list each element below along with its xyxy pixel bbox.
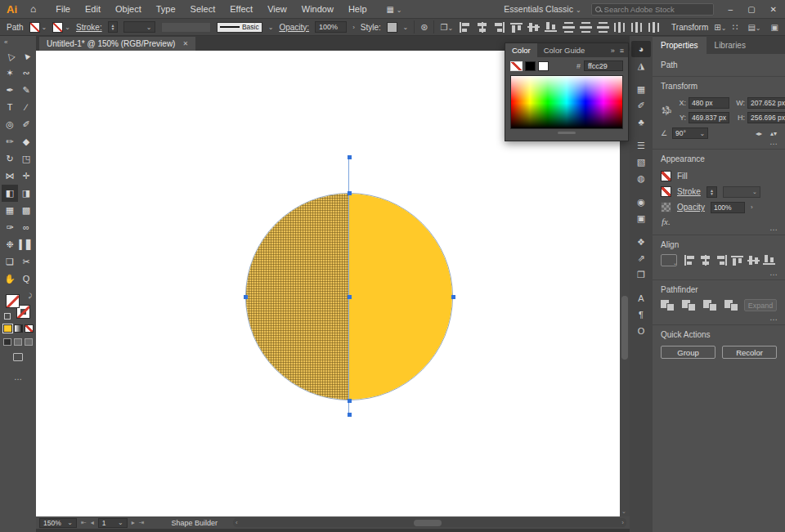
panel-icon-color-guide[interactable]: ◮: [631, 57, 651, 74]
stroke-swatch-icon[interactable]: [52, 22, 63, 33]
color-swatch-button[interactable]: [3, 324, 12, 333]
white-swatch[interactable]: [538, 61, 549, 71]
effects-fx-icon[interactable]: fx.: [661, 215, 777, 231]
blend-tool[interactable]: ∞: [18, 219, 34, 236]
more-options-icon[interactable]: …: [769, 137, 778, 146]
minimize-button[interactable]: –: [729, 5, 733, 14]
panel-icon-symbols[interactable]: ♣: [631, 114, 651, 130]
hand-tool[interactable]: ✋: [2, 270, 18, 288]
horizontal-scrollbar[interactable]: ‹ ›: [233, 518, 626, 527]
eraser-tool[interactable]: ◆: [18, 133, 34, 150]
anchor-point[interactable]: [348, 295, 352, 299]
align-to-selection-dropdown[interactable]: [661, 254, 677, 266]
flip-horizontal-icon[interactable]: ◂▸: [756, 130, 762, 137]
magic-wand-tool[interactable]: ✶: [2, 65, 18, 82]
rotate-tool[interactable]: ↻: [2, 150, 18, 168]
tab-color-guide[interactable]: Color Guide: [537, 43, 592, 57]
draw-inside-mode-button[interactable]: [25, 338, 33, 346]
transform-grid-icon[interactable]: ⊞⌄: [714, 23, 726, 32]
maximize-button[interactable]: ▢: [747, 5, 755, 14]
fill-swatch-icon[interactable]: [29, 22, 40, 33]
slice-tool[interactable]: ✂: [18, 253, 34, 270]
pathfinder-intersect[interactable]: [703, 300, 717, 311]
next-artboard-icon[interactable]: ▸: [132, 519, 135, 526]
paintbrush-tool[interactable]: ✐: [18, 116, 34, 133]
align-horizontal-left[interactable]: [459, 22, 471, 33]
scale-tool[interactable]: ◳: [18, 150, 34, 168]
stroke-weight-dropdown[interactable]: ⌄: [723, 186, 760, 198]
panel-icon-swatches[interactable]: ▦: [631, 81, 651, 97]
live-paint-bucket-tool[interactable]: ◨: [18, 185, 34, 202]
stroke-weight-stepper[interactable]: ▲▼: [706, 186, 717, 198]
more-options-icon[interactable]: …: [769, 223, 778, 232]
style-swatch-icon[interactable]: [387, 22, 397, 33]
panel-options-icon[interactable]: ▤⌄: [747, 23, 760, 32]
chevron-right-icon[interactable]: ›: [751, 203, 753, 211]
workspace-selector[interactable]: Essentials Classic ⌄: [504, 4, 581, 14]
black-swatch[interactable]: [525, 61, 536, 71]
distribute-vertical-center[interactable]: [580, 22, 592, 33]
align-glyphs-icon[interactable]: ∷: [732, 22, 738, 33]
brush-definition-dropdown[interactable]: Basic: [217, 22, 262, 33]
distribute-horizontal-center[interactable]: [631, 22, 644, 33]
expand-button[interactable]: Expand: [744, 299, 777, 311]
rotation-angle-field[interactable]: 90° ⌄: [672, 127, 708, 139]
zoom-level-field[interactable]: 150% ⌄: [39, 518, 77, 528]
panel-icon-brushes[interactable]: ✐: [631, 97, 651, 114]
scroll-right-icon[interactable]: ›: [621, 518, 624, 527]
pathfinder-exclude[interactable]: [724, 300, 738, 311]
y-field[interactable]: 469.837 px: [689, 112, 729, 123]
pathfinder-minus-front[interactable]: [682, 300, 696, 311]
none-swatch-button[interactable]: [25, 324, 34, 333]
stroke-link[interactable]: Stroke: [677, 187, 701, 196]
artboard-tool[interactable]: ❏: [2, 253, 18, 270]
eyedropper-tool[interactable]: ✑: [2, 219, 18, 236]
more-options-icon[interactable]: …: [769, 313, 778, 322]
ellipse-tool[interactable]: ◎: [2, 116, 18, 133]
align-vertical-top[interactable]: [510, 22, 523, 33]
gradient-swatch-button[interactable]: [14, 324, 23, 333]
mesh-tool[interactable]: ▩: [18, 202, 34, 219]
previous-artboard-icon[interactable]: ◂: [91, 519, 94, 526]
menu-select[interactable]: Select: [191, 4, 216, 14]
panel-icon-stroke[interactable]: ☰: [631, 137, 651, 154]
distribute-horizontal-right[interactable]: [648, 22, 661, 33]
first-artboard-icon[interactable]: ⇤: [81, 519, 87, 526]
h-field[interactable]: 256.696 px: [747, 112, 785, 123]
shape-builder-tool[interactable]: ◧: [2, 185, 18, 202]
stroke-control[interactable]: ⌄: [52, 22, 70, 33]
swap-fill-stroke-icon[interactable]: ⤸: [29, 293, 32, 299]
change-screen-mode-button[interactable]: [13, 353, 23, 361]
flip-vertical-icon[interactable]: ▴▾: [770, 130, 777, 137]
lasso-tool[interactable]: ∾: [18, 65, 34, 82]
scroll-left-icon[interactable]: ‹: [236, 518, 238, 527]
stroke-weight-stepper[interactable]: ▲▼: [108, 21, 119, 33]
align-horizontal-center[interactable]: [699, 255, 711, 266]
artboard-number-field[interactable]: 1 ⌄: [98, 518, 128, 528]
panel-icon-character[interactable]: A: [631, 290, 651, 306]
align-vertical-middle[interactable]: [747, 255, 760, 266]
tab-color[interactable]: Color: [505, 43, 537, 57]
distribute-horizontal-left[interactable]: [614, 22, 626, 33]
align-vertical-top[interactable]: [731, 255, 743, 266]
panel-menu-icon[interactable]: ≡: [620, 47, 624, 55]
selection-path-line[interactable]: [348, 157, 349, 415]
home-icon[interactable]: ⌂: [30, 3, 36, 15]
opacity-label[interactable]: Opacity:: [279, 23, 309, 32]
tab-libraries[interactable]: Libraries: [706, 37, 754, 54]
w-field[interactable]: 207.652 px: [747, 97, 785, 109]
hex-value-field[interactable]: ffcc29: [584, 60, 623, 71]
align-vertical-bottom[interactable]: [545, 22, 557, 33]
transform-link[interactable]: Transform: [671, 23, 708, 32]
anchor-point[interactable]: [348, 413, 352, 417]
align-vertical-bottom[interactable]: [763, 255, 775, 266]
control-panel-menu-icon[interactable]: ▣: [771, 23, 778, 32]
stroke-weight-label[interactable]: Stroke:: [76, 23, 102, 32]
edit-toolbar-icon[interactable]: …: [14, 373, 22, 382]
close-tab-icon[interactable]: ✕: [182, 40, 188, 47]
align-horizontal-center[interactable]: [476, 22, 488, 33]
adobe-stock-search-input[interactable]: Search Adobe Stock: [591, 3, 714, 16]
fill-control[interactable]: ⌄: [29, 22, 47, 33]
menu-object[interactable]: Object: [115, 4, 141, 14]
curvature-tool[interactable]: ✎: [18, 82, 34, 99]
